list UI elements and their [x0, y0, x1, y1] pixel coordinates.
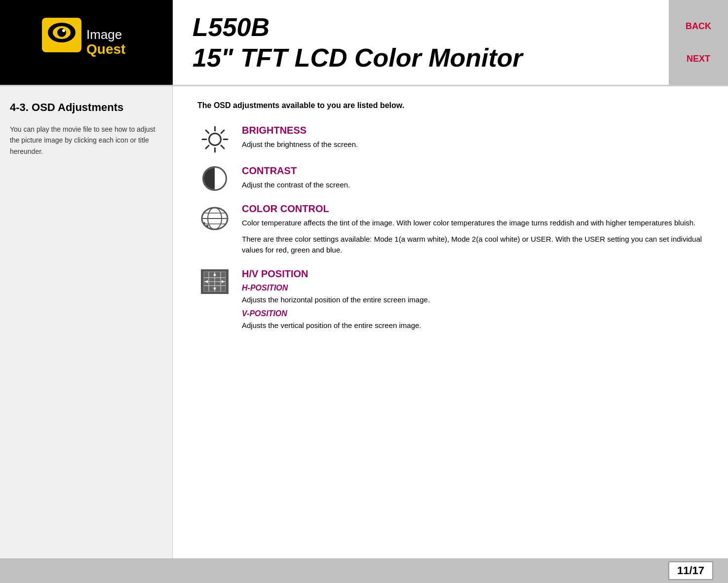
contrast-title[interactable]: CONTRAST [242, 165, 703, 177]
title-line2: 15" TFT LCD Color Monitor [192, 42, 523, 73]
contrast-desc: Adjust the contrast of the screen. [242, 180, 703, 191]
svg-point-3 [57, 28, 66, 37]
color-control-title[interactable]: COLOR CONTROL [242, 203, 703, 215]
feature-contrast[interactable]: CONTRAST Adjust the contrast of the scre… [197, 165, 703, 191]
main-content: The OSD adjustments available to you are… [173, 86, 728, 558]
svg-point-4 [62, 29, 65, 32]
intro-text: The OSD adjustments available to you are… [197, 101, 703, 110]
contrast-icon [197, 166, 232, 191]
color-control-icon [197, 204, 232, 233]
title-area: L550B 15" TFT LCD Color Monitor [173, 0, 669, 85]
logo-area: Image Quest [0, 0, 173, 85]
v-position-subtitle[interactable]: V-POSITION [242, 309, 703, 318]
page-number: 11/17 [668, 561, 713, 580]
brightness-icon [197, 126, 232, 153]
sidebar: 4-3. OSD Adjustments You can play the mo… [0, 86, 173, 558]
color-control-desc1: Color temperature affects the tint of th… [242, 218, 703, 229]
feature-brightness-body: BRIGHTNESS Adjust the brightness of the … [242, 125, 703, 150]
v-position-desc: Adjusts the vertical position of the ent… [242, 320, 703, 331]
svg-point-21 [206, 225, 209, 227]
feature-color-control-body: COLOR CONTROL Color temperature affects … [242, 203, 703, 256]
product-title: L550B 15" TFT LCD Color Monitor [192, 12, 523, 73]
feature-contrast-body: CONTRAST Adjust the contrast of the scre… [242, 165, 703, 191]
title-line1: L550B [192, 12, 523, 42]
logo-inner: Image Quest [37, 15, 136, 70]
hv-position-title[interactable]: H/V POSITION [242, 268, 703, 280]
svg-line-15 [206, 146, 209, 148]
next-button[interactable]: NEXT [687, 54, 710, 64]
sidebar-description: You can play the movie file to see how t… [10, 124, 162, 157]
logo-image: Image Quest [37, 15, 136, 70]
svg-text:Image: Image [86, 27, 122, 42]
hv-position-icon [197, 269, 232, 294]
svg-point-7 [209, 134, 221, 146]
feature-brightness[interactable]: BRIGHTNESS Adjust the brightness of the … [197, 125, 703, 153]
color-control-desc2: There are three color settings available… [242, 234, 703, 256]
back-button[interactable]: BACK [686, 21, 711, 32]
svg-text:Quest: Quest [86, 41, 125, 57]
h-position-desc: Adjusts the horizontal position of the e… [242, 294, 703, 306]
svg-line-13 [221, 146, 224, 148]
feature-hv-position[interactable]: H/V POSITION H-POSITION Adjusts the hori… [197, 268, 703, 331]
brightness-desc: Adjust the brightness of the screen. [242, 139, 703, 150]
nav-area: BACK NEXT [669, 0, 728, 85]
svg-line-14 [221, 130, 224, 133]
header: Image Quest L550B 15" TFT LCD Color Moni… [0, 0, 728, 86]
feature-hv-body: H/V POSITION H-POSITION Adjusts the hori… [242, 268, 703, 331]
h-position-subtitle[interactable]: H-POSITION [242, 284, 703, 292]
svg-line-12 [206, 130, 209, 133]
brightness-title[interactable]: BRIGHTNESS [242, 125, 703, 136]
content-wrapper: 4-3. OSD Adjustments You can play the mo… [0, 86, 728, 558]
sidebar-title: 4-3. OSD Adjustments [10, 101, 162, 114]
feature-color-control[interactable]: COLOR CONTROL Color temperature affects … [197, 203, 703, 256]
footer: 11/17 [0, 558, 728, 583]
svg-point-22 [203, 222, 205, 224]
